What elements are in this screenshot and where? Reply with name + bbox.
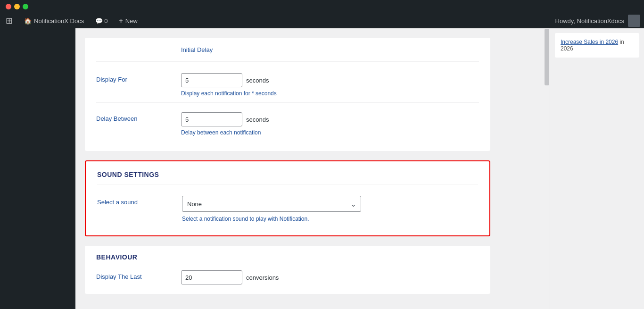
new-label: New [125,17,138,25]
sidebar [0,28,75,309]
comment-count-label: 0 [104,17,107,25]
admin-bar: ⊞ 🏠 NotificationX Docs 💬 0 + New Howdy, … [0,13,644,28]
select-sound-label: Select a sound [97,196,182,206]
display-for-label: Display For [96,73,181,83]
content-area: Initial Delay Display For seconds Displa… [75,28,500,303]
delay-between-hint: Delay between each notification [181,129,269,136]
timing-settings-section: Initial Delay Display For seconds Displa… [85,38,490,151]
display-last-input[interactable] [181,270,242,284]
main-content: Initial Delay Display For seconds Displa… [75,28,550,309]
comments-item[interactable]: 💬 0 [90,13,113,28]
plus-icon: + [119,17,123,25]
delay-between-input[interactable] [181,112,242,126]
comment-icon: 💬 [95,17,103,25]
display-last-row: Display The Last conversions [96,268,479,286]
sound-select-wrapper: None Sound 1 Sound 2 Sound 3 [182,196,361,212]
display-for-hint: Display each notification for * seconds [181,90,277,97]
increase-sales-link[interactable]: Increase Sales in 2026 [561,39,618,45]
wp-logo-icon: ⊞ [6,16,13,26]
display-for-input[interactable] [181,73,242,87]
page-layout: Initial Delay Display For seconds Displa… [0,28,644,309]
right-sidebar-card: Increase Sales in 2026 in 2026 [555,33,639,58]
display-last-label: Display The Last [96,270,181,280]
display-for-input-wrap: seconds Display each notification for * … [181,73,277,97]
delay-between-input-wrap: seconds Delay between each notification [181,112,269,136]
initial-delay-label: Initial Delay [181,42,213,61]
scrollbar-thumb[interactable] [545,29,549,85]
sound-hint: Select a notification sound to play with… [182,216,361,222]
maximize-button[interactable] [23,4,28,9]
new-item[interactable]: + New [113,13,143,28]
select-sound-input-wrap: None Sound 1 Sound 2 Sound 3 Select a no… [182,196,361,222]
sound-select[interactable]: None Sound 1 Sound 2 Sound 3 [182,196,361,212]
user-avatar[interactable] [628,15,640,27]
delay-between-label: Delay Between [96,112,181,122]
admin-bar-right: Howdy, NotificationXdocs [552,15,644,27]
display-last-unit: conversions [246,274,279,281]
wp-logo-item[interactable]: ⊞ [0,13,18,28]
delay-between-input-inline: seconds [181,112,269,126]
right-sidebar: Increase Sales in 2026 in 2026 [550,28,644,309]
display-for-input-inline: seconds [181,73,277,87]
traffic-lights [6,4,28,9]
delay-between-row: Delay Between seconds Delay between each… [96,107,479,142]
site-name-item[interactable]: 🏠 NotificationX Docs [18,13,90,28]
sound-settings-section: SOUND SETTINGS Select a sound None Sound… [85,160,490,236]
site-name-label: NotificationX Docs [34,17,84,25]
howdy-text: Howdy, NotificationXdocs [552,17,628,25]
delay-between-unit: seconds [246,116,269,123]
sound-settings-title: SOUND SETTINGS [97,171,478,184]
scrollbar-track [544,28,550,309]
minimize-button[interactable] [14,4,20,9]
display-for-unit: seconds [246,77,269,84]
home-icon: 🏠 [24,17,32,25]
admin-bar-left: ⊞ 🏠 NotificationX Docs 💬 0 + New [0,13,552,28]
title-bar [0,0,644,13]
behaviour-section: BEHAVIOUR Display The Last conversions [85,246,490,294]
close-button[interactable] [6,4,11,9]
display-for-row: Display For seconds Display each notific… [96,67,479,103]
display-last-input-inline: conversions [181,270,279,284]
behaviour-title: BEHAVIOUR [96,253,479,261]
select-sound-row: Select a sound None Sound 1 Sound 2 Soun… [97,194,478,224]
